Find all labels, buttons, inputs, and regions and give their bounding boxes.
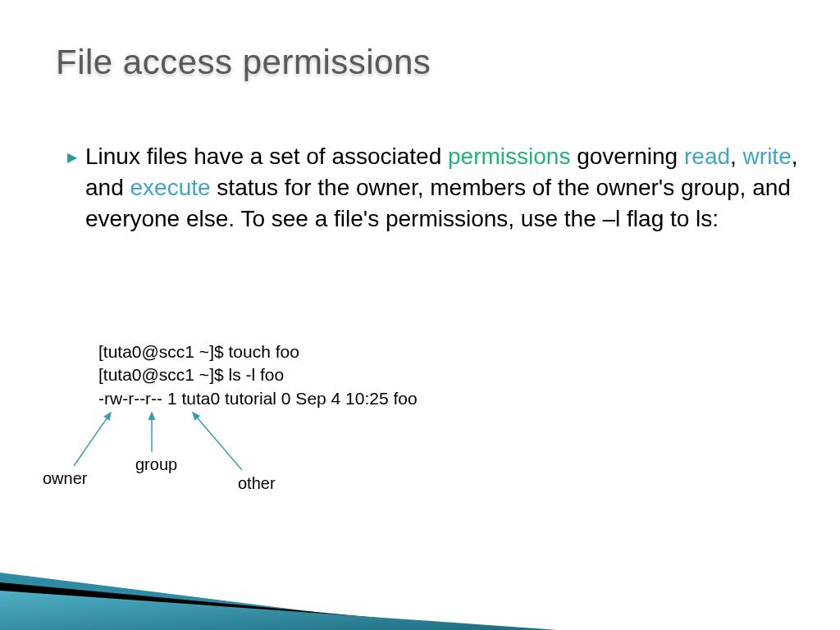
label-owner: owner (43, 469, 87, 488)
keyword-read: read (684, 144, 730, 169)
slide-title: File access permissions (56, 43, 431, 82)
svg-marker-6 (0, 591, 558, 630)
text-segment: governing (570, 144, 684, 169)
terminal-line: [tuta0@scc1 ~]$ ls -l foo (98, 363, 418, 386)
terminal-line: [tuta0@scc1 ~]$ touch foo (98, 340, 418, 363)
bullet-item: ▶ Linux files have a set of associated p… (67, 141, 807, 234)
svg-line-3 (193, 413, 242, 470)
terminal-output: [tuta0@scc1 ~]$ touch foo [tuta0@scc1 ~]… (98, 340, 418, 410)
annotation-arrows: owner group other (41, 404, 328, 503)
keyword-execute: execute (130, 175, 211, 200)
text-segment: , (730, 144, 743, 169)
keyword-permissions: permissions (448, 144, 570, 169)
label-other: other (238, 474, 276, 493)
arrows-svg (41, 404, 328, 503)
footer-decoration (0, 515, 840, 630)
svg-line-1 (74, 413, 111, 466)
bullet-marker-icon: ▶ (67, 149, 77, 165)
label-group: group (135, 455, 177, 474)
bullet-text: Linux files have a set of associated per… (85, 141, 807, 234)
keyword-write: write (743, 144, 792, 169)
text-segment: Linux files have a set of associated (85, 144, 448, 169)
content-area: ▶ Linux files have a set of associated p… (67, 141, 807, 234)
